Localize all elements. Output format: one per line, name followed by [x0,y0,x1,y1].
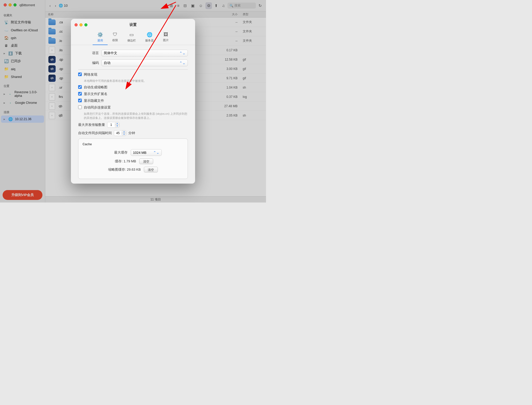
max-transfers-label: 最大并发传输数量 [78,122,105,127]
modal-traffic-lights [75,23,87,26]
thumbnail-cache-row: 缩略图缓存: 29.63 KB 清空 [83,167,183,172]
tab-permissions[interactable]: 🛡 权限 [108,30,123,45]
tab-general[interactable]: ⚙️ 通用 [93,30,108,45]
clear-cache-button[interactable]: 清空 [139,158,153,164]
auto-thumbnail-checkbox[interactable] [78,85,82,89]
sync-interval-down-button[interactable]: ▼ [122,133,126,136]
encoding-label: 编码 [78,61,99,65]
server-tab-icon: 🌐 [147,32,152,38]
stepper-up-button[interactable]: ▲ [115,122,119,125]
cache-section-title: Cache [83,142,183,146]
language-dropdown-arrow: ⌃⌄ [179,51,186,55]
max-cache-row: 最大缓存 1024 MB ⌃⌄ [83,149,183,156]
divider-1 [78,69,188,70]
cache-section: Cache 最大缓存 1024 MB ⌃⌄ 缓存: 1.79 MB 清空 [78,139,188,179]
sidebar-tab-icon: ▭ [129,32,134,38]
max-cache-dropdown-arrow: ⌃⌄ [153,150,159,155]
show-extension-label: 显示文件扩展名 [84,92,107,96]
tab-images[interactable]: 🖼 图片 [158,30,173,45]
sync-interval-row: 自动文件同步间隔时间 45 ▲ ▼ 分钟 [78,130,188,136]
tab-images-label: 图片 [163,38,169,42]
network-discovery-desc: 本地网络中可用的服务器将在连接设置中被发现。 [84,79,188,83]
permissions-tab-icon: 🛡 [113,32,117,37]
sync-interval-up-button[interactable]: ▲ [122,131,126,133]
max-transfers-value: 1 [107,123,115,127]
network-discovery-row: 网络发现 [78,72,188,77]
encoding-select[interactable]: 自动 ⌃⌄ [101,60,188,66]
clear-thumbnail-button[interactable]: 清空 [144,167,158,172]
encoding-dropdown-arrow: ⌃⌄ [179,61,186,65]
stepper-buttons: ▲ ▼ [115,122,119,127]
auto-thumbnail-label: 自动生成缩略图 [84,85,107,90]
auto-sync-desc: 如果您打开这个选项，所有的连接设置都会上传到服务器 (skyjos.cn) 上并… [84,112,188,120]
encoding-value: 自动 [104,61,110,65]
tab-general-label: 通用 [97,39,103,42]
modal-title: 设置 [129,23,137,27]
max-transfers-stepper[interactable]: 1 ▲ ▼ [107,122,120,128]
modal-tabs: ⚙️ 通用 🛡 权限 ▭ 侧边栏 🌐 服务器 🖼 图片 [71,27,195,45]
tab-sidebar-label: 侧边栏 [127,39,136,42]
cache-used-label: 缓存: 1.79 MB [113,159,136,164]
auto-sync-row: 自动同步连接设置 [78,105,188,110]
tab-server[interactable]: 🌐 服务器 [141,30,158,45]
modal-maximize-button[interactable] [84,23,87,26]
tab-server-label: 服务器 [145,39,154,42]
show-hidden-label: 显示隐藏文件 [84,98,104,103]
auto-thumbnail-row: 自动生成缩略图 [78,85,188,90]
sync-interval-unit: 分钟 [128,131,135,135]
auto-sync-checkbox[interactable] [78,105,82,109]
max-cache-value: 1024 MB [133,151,146,155]
cache-used-row: 缓存: 1.79 MB 清空 [83,158,183,164]
modal-titlebar: 设置 [71,19,195,27]
language-value: 简体中文 [104,51,117,55]
show-hidden-checkbox[interactable] [78,99,82,102]
modal-body: 语言 简体中文 ⌃⌄ 编码 自动 ⌃⌄ 网络发现 本地网络中可用的服 [71,45,195,184]
sync-interval-stepper[interactable]: 45 ▲ ▼ [114,130,126,136]
language-label: 语言 [78,51,99,55]
sync-interval-value: 45 [114,131,122,135]
language-select[interactable]: 简体中文 ⌃⌄ [101,50,188,56]
modal-overlay[interactable]: 设置 ⚙️ 通用 🛡 权限 ▭ 侧边栏 🌐 服务器 🖼 图片 [0,0,266,202]
max-cache-select[interactable]: 1024 MB ⌃⌄ [131,149,162,156]
sync-interval-label: 自动文件同步间隔时间 [78,131,112,135]
general-tab-icon: ⚙️ [97,32,103,38]
language-row: 语言 简体中文 ⌃⌄ [78,50,188,56]
max-transfers-row: 最大并发传输数量 1 ▲ ▼ [78,122,188,128]
network-discovery-checkbox[interactable] [78,73,82,76]
images-tab-icon: 🖼 [164,32,168,37]
show-hidden-row: 显示隐藏文件 [78,98,188,103]
modal-close-button[interactable] [75,23,78,26]
max-cache-label: 最大缓存 [104,150,128,155]
show-extension-row: 显示文件扩展名 [78,92,188,96]
modal-minimize-button[interactable] [79,23,83,26]
auto-sync-label: 自动同步连接设置 [84,105,111,110]
stepper-down-button[interactable]: ▼ [115,125,119,127]
thumbnail-cache-label: 缩略图缓存: 29.63 KB [108,167,141,172]
show-extension-checkbox[interactable] [78,92,82,96]
encoding-row: 编码 自动 ⌃⌄ [78,60,188,66]
sync-interval-buttons: ▲ ▼ [122,131,126,136]
tab-sidebar[interactable]: ▭ 侧边栏 [123,30,141,45]
tab-permissions-label: 权限 [112,38,118,42]
settings-modal: 设置 ⚙️ 通用 🛡 权限 ▭ 侧边栏 🌐 服务器 🖼 图片 [71,19,195,184]
network-discovery-label: 网络发现 [84,72,97,77]
